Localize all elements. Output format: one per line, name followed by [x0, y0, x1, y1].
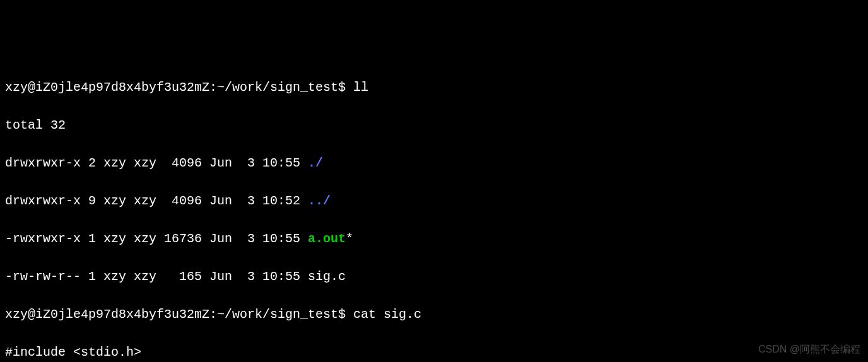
exec-suffix: *	[346, 231, 353, 246]
dir-name: ./	[308, 156, 323, 170]
ll-row: drwxrwxr-x 9 xzy xzy 4096 Jun 3 10:52 ..…	[5, 192, 863, 211]
dir-name: ../	[308, 194, 331, 208]
exec-name: a.out	[308, 231, 346, 246]
command-text: ll	[353, 80, 368, 95]
terminal-line: xzy@iZ0jle4p97d8x4byf3u32mZ:~/work/sign_…	[5, 78, 863, 97]
ll-row: -rw-rw-r-- 1 xzy xzy 165 Jun 3 10:55 sig…	[5, 267, 863, 286]
file-meta: drwxrwxr-x 9 xzy xzy 4096 Jun 3 10:52	[5, 194, 308, 208]
terminal-line: xzy@iZ0jle4p97d8x4byf3u32mZ:~/work/sign_…	[5, 305, 863, 324]
watermark: CSDN @阿熊不会编程	[758, 342, 860, 357]
shell-prompt: xzy@iZ0jle4p97d8x4byf3u32mZ:~/work/sign_…	[5, 307, 353, 322]
command-text: cat sig.c	[353, 307, 421, 322]
file-meta: drwxrwxr-x 2 xzy xzy 4096 Jun 3 10:55	[5, 156, 308, 170]
ll-row: -rwxrwxr-x 1 xzy xzy 16736 Jun 3 10:55 a…	[5, 230, 863, 248]
ll-total: total 32	[5, 116, 863, 135]
file-meta: -rwxrwxr-x 1 xzy xzy 16736 Jun 3 10:55	[5, 231, 308, 246]
shell-prompt: xzy@iZ0jle4p97d8x4byf3u32mZ:~/work/sign_…	[5, 80, 353, 95]
code-line: #include <stdio.h>	[5, 343, 863, 362]
ll-row: drwxrwxr-x 2 xzy xzy 4096 Jun 3 10:55 ./	[5, 154, 863, 173]
